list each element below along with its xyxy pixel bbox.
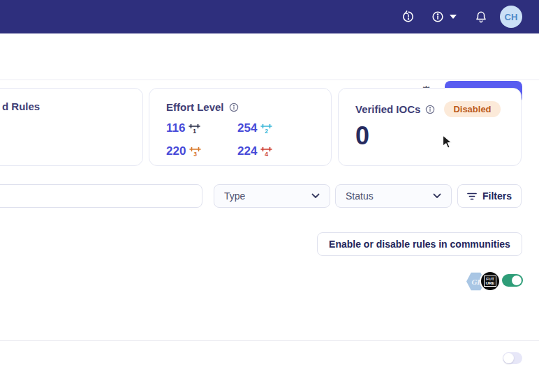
effort-value-4: 224 [237, 144, 257, 158]
effort-stats: 116 1 254 2 220 [166, 121, 314, 158]
circle-avatar-text: FUT URE [484, 276, 497, 287]
effort-stat-level-3: 220 3 [166, 144, 237, 158]
iocs-count: 0 [355, 123, 504, 149]
type-select-label: Type [224, 190, 245, 202]
chevron-down-icon [433, 193, 441, 199]
filter-lines-icon [467, 193, 477, 200]
rules-card: d Rules [0, 88, 143, 166]
disabled-status-badge: Disabled [444, 101, 500, 117]
effort-stat-level-2: 254 2 [237, 121, 314, 135]
toggle-knob [503, 353, 514, 363]
search-input[interactable] [0, 184, 202, 208]
effort-level-1-icon: 1 [189, 123, 200, 134]
rules-card-title: d Rules [2, 100, 40, 112]
effort-value-3: 220 [166, 144, 186, 158]
hex-avatar-text: GI [471, 278, 480, 286]
filters-button-label: Filters [482, 190, 512, 202]
notifications-bell-icon[interactable] [474, 10, 488, 24]
effort-stat-level-1: 116 1 [166, 121, 237, 135]
effort-level-card: Effort Level 116 1 254 [149, 88, 332, 166]
info-icon[interactable] [425, 105, 435, 114]
history-icon[interactable] [401, 10, 415, 24]
status-select[interactable]: Status [335, 184, 452, 208]
effort-value-1: 116 [166, 121, 185, 135]
svg-text:2: 2 [265, 128, 269, 134]
effort-level-2-icon: 2 [260, 123, 272, 134]
effort-level-3-icon: 3 [189, 146, 201, 157]
effort-stat-level-4: 224 4 [237, 144, 314, 158]
toggle-knob [512, 276, 522, 285]
info-icon[interactable] [229, 103, 239, 112]
filters-button[interactable]: Filters [457, 184, 522, 208]
svg-text:3: 3 [194, 151, 198, 157]
chevron-down-icon [311, 193, 320, 199]
top-navbar: CH [0, 0, 539, 33]
page-header: ⚙ + New rule [0, 33, 539, 80]
iocs-card-title: Verified IOCs [355, 103, 420, 115]
chevron-down-icon[interactable] [450, 15, 457, 20]
type-select[interactable]: Type [214, 184, 330, 208]
bottom-row-toggle[interactable] [503, 352, 522, 364]
verified-iocs-card: Verified IOCs Disabled 0 [338, 88, 522, 166]
effort-card-title: Effort Level [166, 101, 224, 113]
svg-text:1: 1 [193, 128, 197, 134]
status-select-label: Status [346, 190, 374, 202]
community-rules-toggle[interactable] [502, 274, 523, 287]
community-circle-avatar[interactable]: FUT URE [480, 271, 501, 292]
effort-level-4-icon: 4 [260, 146, 272, 157]
enable-disable-communities-button[interactable]: Enable or disable rules in communities [317, 232, 522, 256]
info-menu-icon[interactable] [431, 10, 445, 24]
effort-value-2: 254 [237, 121, 257, 135]
app-root: CH ⚙ + New rule d Rules Effort Level 116 [0, 0, 539, 392]
user-avatar[interactable]: CH [500, 6, 522, 28]
svg-text:4: 4 [265, 151, 269, 157]
row-divider [0, 340, 539, 341]
